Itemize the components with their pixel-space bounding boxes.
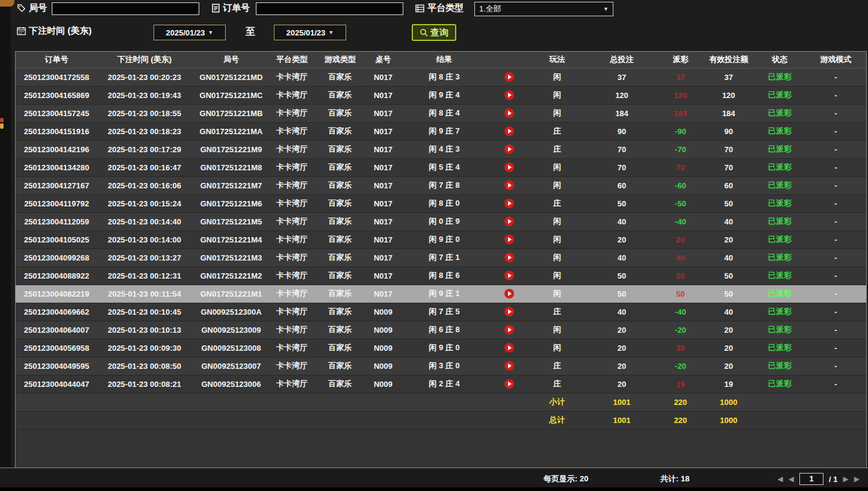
records-table: 订单号下注时间 (美东)局号平台类型游戏类型桌号结果玩法总投注派彩有效投注额状态… (16, 52, 866, 430)
date-from-select[interactable]: 2025/01/23 ▼ (153, 25, 226, 40)
caret-down-icon: ▼ (329, 29, 334, 36)
platform-select[interactable]: 1.全部 ▼ (474, 2, 613, 16)
play-video-icon[interactable] (504, 307, 514, 317)
play-video-icon[interactable] (504, 361, 514, 371)
summary-empty-cell (489, 393, 529, 411)
cell-table_no: N009 (367, 321, 399, 339)
cell-play: 闲 (529, 176, 586, 194)
total-count-indicator: 共计: 18 (660, 474, 689, 484)
play-video-icon[interactable] (504, 144, 514, 154)
prev-page-icon[interactable]: ◀ (789, 474, 794, 484)
table-row[interactable]: 2501230040822192025-01-23 00:11:54GN0172… (16, 285, 866, 303)
play-video-icon[interactable] (504, 72, 514, 82)
cell-valid_bet: 120 (703, 86, 754, 104)
play-video-icon[interactable] (504, 235, 514, 244)
play-video-icon[interactable] (504, 253, 514, 262)
round-input[interactable] (52, 2, 199, 15)
play-video-icon[interactable] (504, 271, 514, 280)
cell-order: 250123004049595 (16, 357, 98, 375)
summary-label: 小计 (529, 393, 586, 411)
play-video-icon[interactable] (504, 108, 514, 118)
query-button[interactable]: 查询 (412, 24, 456, 41)
cell-status: 已派彩 (754, 267, 805, 285)
table-row[interactable]: 2501230040992682025-01-23 00:13:27GN0172… (16, 249, 866, 267)
summary-label: 总计 (529, 411, 586, 429)
table-row[interactable]: 2501230040889222025-01-23 00:12:31GN0172… (16, 267, 866, 285)
summary-empty-cell (313, 393, 367, 411)
cell-order: 250123004099268 (16, 249, 98, 267)
table-row[interactable]: 2501230041725582025-01-23 00:20:23GN0172… (16, 68, 866, 86)
cell-time: 2025-01-23 00:18:55 (98, 104, 191, 122)
cell-table_no: N009 (367, 357, 399, 375)
last-page-icon[interactable]: ▶ (854, 474, 860, 484)
play-video-icon[interactable] (504, 379, 514, 389)
cell-game: 百家乐 (313, 321, 367, 339)
cell-table_no: N009 (367, 303, 399, 321)
table-row[interactable]: 2501230041120592025-01-23 00:14:40GN0172… (16, 212, 866, 230)
cell-play: 庄 (529, 303, 586, 321)
cell-status: 已派彩 (754, 68, 805, 86)
tag-icon (17, 4, 26, 13)
cell-round: GN00925123006 (191, 375, 271, 393)
table-row[interactable]: 2501230041519162025-01-23 00:18:23GN0172… (16, 122, 866, 140)
play-video-icon[interactable] (504, 289, 514, 298)
cell-order: 250123004165869 (16, 86, 98, 104)
cell-valid_bet: 184 (703, 104, 754, 122)
column-header: 订单号 (16, 52, 98, 68)
cell-table_no: N017 (367, 285, 399, 303)
first-page-icon[interactable]: ◀ (778, 474, 783, 484)
table-row[interactable]: 2501230041050252025-01-23 00:14:00GN0172… (16, 230, 866, 249)
order-input[interactable] (256, 2, 403, 15)
play-video-icon[interactable] (504, 325, 514, 335)
table-row[interactable]: 2501230040440472025-01-23 00:08:21GN0092… (16, 375, 866, 393)
summary-empty-cell (271, 411, 313, 429)
cell-game: 百家乐 (313, 285, 367, 303)
video-cell (489, 194, 529, 212)
table-row[interactable]: 2501230041342802025-01-23 00:16:47GN0172… (16, 158, 866, 176)
table-row[interactable]: 2501230040495952025-01-23 00:08:50GN0092… (16, 357, 866, 375)
play-video-icon[interactable] (504, 181, 514, 190)
table-row[interactable]: 2501230040640072025-01-23 00:10:13GN0092… (16, 321, 866, 339)
cell-valid_bet: 50 (703, 267, 754, 285)
cell-play: 闲 (529, 339, 586, 357)
cell-mode: - (805, 321, 866, 339)
summary-payout: 220 (658, 393, 703, 411)
summary-empty-cell (367, 393, 399, 411)
background-artifact (0, 118, 4, 122)
summary-empty-cell (754, 411, 805, 429)
cell-time: 2025-01-23 00:20:23 (98, 68, 191, 86)
cell-payout: -90 (658, 122, 703, 140)
cell-valid_bet: 40 (703, 303, 754, 321)
cell-table_no: N017 (367, 212, 399, 230)
table-row[interactable]: 2501230041572452025-01-23 00:18:55GN0172… (16, 104, 866, 122)
cell-table_no: N009 (367, 375, 399, 393)
play-video-icon[interactable] (504, 90, 514, 100)
table-row[interactable]: 2501230040696622025-01-23 00:10:45GN0092… (16, 303, 866, 321)
play-video-icon[interactable] (504, 343, 514, 353)
cell-status: 已派彩 (754, 230, 805, 249)
cell-game: 百家乐 (313, 140, 367, 158)
column-header: 派彩 (658, 52, 703, 68)
cell-play: 闲 (529, 249, 586, 267)
cell-valid_bet: 40 (703, 249, 754, 267)
play-video-icon[interactable] (504, 199, 514, 208)
column-header: 游戏类型 (313, 52, 367, 68)
play-video-icon[interactable] (504, 126, 514, 136)
cell-total_bet: 20 (586, 375, 658, 393)
table-row[interactable]: 2501230041658692025-01-23 00:19:43GN0172… (16, 86, 866, 104)
table-row[interactable]: 2501230040569582025-01-23 00:09:30GN0092… (16, 339, 866, 357)
cell-round: GN017251221MC (191, 86, 271, 104)
page-input[interactable]: 1 (799, 473, 823, 485)
table-row[interactable]: 2501230041271672025-01-23 00:16:06GN0172… (16, 176, 866, 194)
cell-mode: - (805, 86, 866, 104)
play-video-icon[interactable] (504, 217, 514, 226)
cell-play: 庄 (529, 194, 586, 212)
play-video-icon[interactable] (504, 162, 514, 172)
date-to-select[interactable]: 2025/01/23 ▼ (274, 25, 346, 40)
summary-empty-cell (191, 411, 271, 429)
table-row[interactable]: 2501230041421962025-01-23 00:17:29GN0172… (16, 140, 866, 158)
cell-time: 2025-01-23 00:16:06 (98, 176, 191, 194)
video-cell (489, 267, 529, 285)
table-row[interactable]: 2501230041197922025-01-23 00:15:24GN0172… (16, 194, 866, 212)
next-page-icon[interactable]: ▶ (843, 474, 849, 484)
